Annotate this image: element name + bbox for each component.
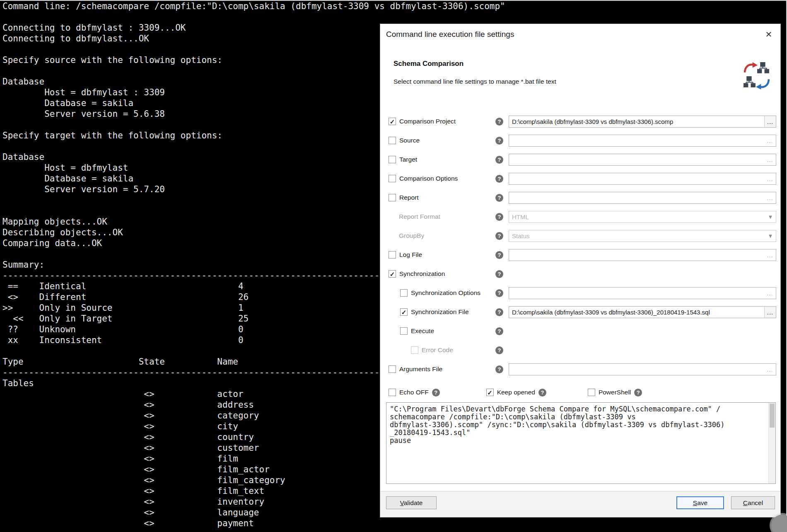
target-field[interactable]: ...: [509, 154, 776, 166]
powershell-checkbox[interactable]: [588, 389, 595, 396]
help-icon[interactable]: ?: [432, 389, 440, 397]
schema-comparison-heading: Schema Comparison: [394, 60, 464, 68]
report-format-select[interactable]: HTML ▼: [509, 211, 776, 223]
browse-button[interactable]: ...: [764, 116, 776, 127]
help-icon[interactable]: ?: [495, 194, 503, 202]
browse-button[interactable]: ...: [764, 288, 776, 299]
echo-off-option: Echo OFF ?: [389, 389, 440, 397]
echo-off-label: Echo OFF: [399, 389, 429, 396]
chevron-down-icon[interactable]: ▼: [765, 233, 776, 239]
form-row-groupby: GroupBy ? Status ▼: [389, 226, 776, 245]
browse-button[interactable]: ...: [764, 135, 776, 146]
powershell-option: PowerShell ?: [588, 389, 642, 397]
chevron-down-icon[interactable]: ▼: [765, 214, 776, 220]
form-row-comparison-project: ✓ Comparison Project ? D:\comp\sakila (d…: [389, 112, 776, 131]
arguments-file-field[interactable]: ...: [509, 363, 776, 375]
synchronization-file-checkbox[interactable]: ✓: [400, 308, 408, 316]
check-icon: ✓: [390, 118, 395, 125]
validate-button[interactable]: Validate: [386, 496, 437, 509]
help-icon[interactable]: ?: [495, 175, 503, 183]
bat-file-preview: "C:\Program Files\Devart\dbForge Schema …: [386, 402, 776, 484]
help-icon[interactable]: ?: [495, 213, 503, 221]
report-field[interactable]: ...: [509, 192, 776, 204]
report-checkbox[interactable]: [389, 194, 396, 201]
dialog-titlebar[interactable]: Command line execution file settings ✕: [380, 24, 780, 45]
help-icon[interactable]: ?: [495, 137, 503, 145]
form-row-synchronization-options: Synchronization Options ? ...: [389, 283, 776, 302]
help-icon[interactable]: ?: [495, 365, 503, 373]
window-frame-top: [0, 0, 787, 1]
scrollbar-thumb[interactable]: [770, 404, 775, 428]
help-icon[interactable]: ?: [495, 232, 503, 240]
close-icon[interactable]: ✕: [762, 28, 775, 41]
check-icon: ✓: [390, 271, 395, 277]
help-icon[interactable]: ?: [634, 389, 642, 397]
log-file-checkbox[interactable]: [389, 251, 396, 259]
help-icon[interactable]: ?: [495, 308, 503, 316]
help-icon[interactable]: ?: [495, 346, 503, 354]
execute-label: Execute: [411, 327, 434, 335]
form-row-arguments-file: Arguments File ? ...: [389, 360, 776, 379]
form-row-target: Target ? ...: [389, 150, 776, 169]
browse-button[interactable]: ...: [764, 249, 776, 261]
dialog-title: Command line execution file settings: [386, 30, 514, 39]
target-label: Target: [399, 156, 417, 163]
source-checkbox[interactable]: [389, 137, 396, 144]
synchronization-options-field[interactable]: ...: [509, 287, 776, 299]
groupby-select[interactable]: Status ▼: [509, 230, 776, 242]
help-icon[interactable]: ?: [495, 270, 503, 278]
dialog-footer: Validate Save Cancel: [380, 491, 780, 517]
synchronization-checkbox[interactable]: ✓: [389, 270, 396, 278]
comparison-options-field[interactable]: ...: [509, 173, 776, 185]
options-row: Echo OFF ? ✓ Keep opened ? PowerShell ?: [389, 386, 776, 399]
comparison-options-label: Comparison Options: [399, 175, 458, 182]
source-field[interactable]: ...: [509, 135, 776, 147]
help-icon[interactable]: ?: [538, 389, 546, 397]
form-row-source: Source ? ...: [389, 131, 776, 150]
help-icon[interactable]: ?: [495, 118, 503, 126]
comparison-options-checkbox[interactable]: [389, 175, 396, 182]
synchronization-options-checkbox[interactable]: [400, 289, 408, 297]
form-row-execute: Execute ?: [389, 322, 776, 341]
form-row-report-format: Report Format ? HTML ▼: [389, 207, 776, 226]
cancel-button[interactable]: Cancel: [731, 496, 775, 509]
settings-form: ✓ Comparison Project ? D:\comp\sakila (d…: [389, 112, 776, 379]
save-button[interactable]: Save: [676, 496, 724, 509]
comparison-project-field[interactable]: D:\comp\sakila (dbfmylast-3309 vs dbfmyl…: [509, 116, 776, 128]
execute-checkbox[interactable]: [400, 327, 408, 335]
help-icon[interactable]: ?: [495, 156, 503, 164]
keep-opened-checkbox[interactable]: ✓: [486, 389, 494, 396]
keep-opened-label: Keep opened: [497, 389, 535, 396]
help-icon[interactable]: ?: [495, 327, 503, 335]
comparison-project-checkbox[interactable]: ✓: [389, 118, 396, 125]
target-checkbox[interactable]: [389, 156, 396, 163]
browse-button[interactable]: ...: [764, 154, 776, 165]
form-row-comparison-options: Comparison Options ? ...: [389, 169, 776, 188]
synchronization-label: Synchronization: [399, 270, 445, 278]
groupby-label: GroupBy: [399, 232, 424, 239]
echo-off-checkbox[interactable]: [389, 389, 396, 396]
keep-opened-option: ✓ Keep opened ?: [486, 389, 546, 397]
scrollbar[interactable]: [768, 403, 775, 484]
browse-button[interactable]: ...: [764, 364, 776, 375]
synchronization-options-label: Synchronization Options: [411, 289, 480, 297]
bat-file-text[interactable]: "C:\Program Files\Devart\dbForge Schema …: [386, 403, 768, 484]
schema-comparison-icon: [743, 62, 770, 89]
log-file-field[interactable]: ...: [509, 249, 776, 261]
report-format-label: Report Format: [399, 213, 440, 220]
log-file-label: Log File: [399, 251, 422, 259]
command-line-settings-dialog: Command line execution file settings ✕ S…: [380, 24, 781, 517]
form-row-synchronization: ✓ Synchronization ?: [389, 264, 776, 283]
source-label: Source: [399, 137, 420, 144]
browse-button[interactable]: ...: [764, 173, 776, 184]
check-icon: ✓: [487, 389, 492, 396]
error-code-checkbox[interactable]: [411, 346, 418, 354]
synchronization-file-field[interactable]: D:\comp\sakila (dbfmylast-3309 vs dbfmyl…: [509, 306, 776, 318]
help-icon[interactable]: ?: [495, 251, 503, 259]
synchronization-file-label: Synchronization File: [411, 308, 469, 316]
help-icon[interactable]: ?: [495, 289, 503, 297]
browse-button[interactable]: ...: [764, 307, 776, 318]
browse-button[interactable]: ...: [764, 192, 776, 203]
comparison-project-label: Comparison Project: [399, 118, 456, 125]
arguments-file-checkbox[interactable]: [389, 365, 396, 373]
